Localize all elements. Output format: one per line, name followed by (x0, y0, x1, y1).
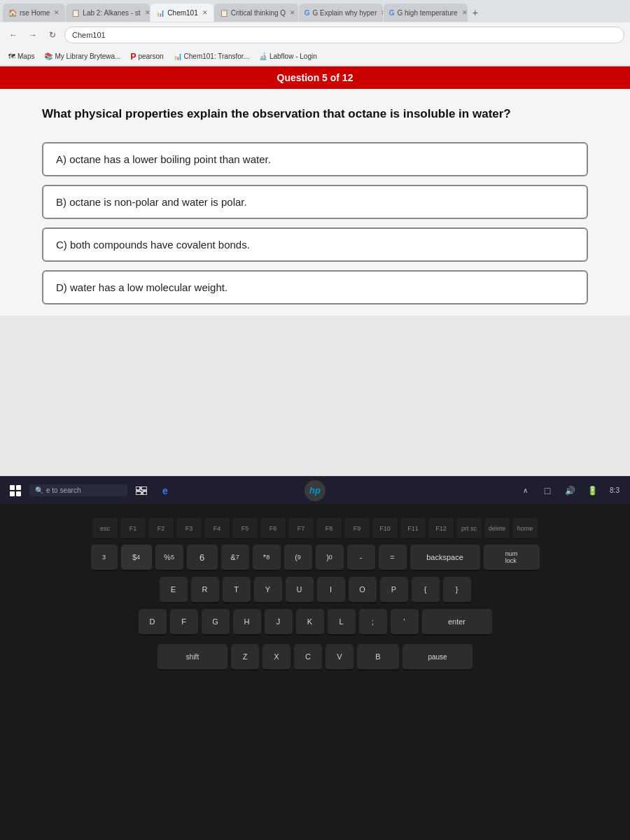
forward-button[interactable]: → (25, 27, 41, 43)
key-f11[interactable]: F11 (400, 518, 426, 539)
tab-explain-close[interactable]: ✕ (381, 9, 383, 16)
tab-lab2[interactable]: 📋 Lab 2: Alkanes - st ✕ (66, 4, 150, 22)
key-f10[interactable]: F10 (372, 518, 398, 539)
key-0[interactable]: )0 (316, 545, 344, 571)
tab-hightemp-label: G high temperature (398, 9, 458, 17)
taskbar: 🔍 e to search e hp ∧ □ 🔊 🔋 8:3 (0, 476, 630, 504)
key-z[interactable]: Z (231, 644, 259, 671)
tab-hightemp-close[interactable]: ✕ (462, 9, 468, 16)
tray-chevron[interactable]: ∧ (515, 481, 535, 500)
key-7[interactable]: &7 (221, 545, 249, 571)
tab-critical[interactable]: 📋 Critical thinking Q ✕ (214, 4, 298, 22)
key-t[interactable]: T (223, 577, 251, 603)
key-d[interactable]: D (139, 609, 167, 636)
key-equals[interactable]: = (379, 545, 407, 571)
key-f2[interactable]: F2 (148, 518, 174, 539)
key-h[interactable]: H (233, 609, 261, 636)
key-bracket-close[interactable]: } (443, 577, 471, 603)
key-f6[interactable]: F6 (260, 518, 286, 539)
key-enter[interactable]: enter (422, 609, 492, 636)
key-9[interactable]: (9 (284, 545, 312, 571)
key-j[interactable]: J (265, 609, 293, 636)
hp-logo-text: hp (309, 485, 321, 496)
key-r[interactable]: R (191, 577, 219, 603)
key-v[interactable]: V (326, 644, 354, 671)
key-3[interactable]: 3 (91, 545, 118, 571)
bookmark-library[interactable]: 📚 My Library Brytewa... (41, 51, 123, 62)
tab-lab2-close[interactable]: ✕ (145, 9, 150, 16)
new-tab-button[interactable]: + (468, 6, 482, 20)
tab-chem101-close[interactable]: ✕ (202, 9, 208, 16)
key-home[interactable]: home (512, 518, 538, 539)
key-esc[interactable]: esc (92, 518, 118, 539)
key-f9[interactable]: F9 (344, 518, 370, 539)
tab-chem101-label: Chem101 (167, 9, 197, 17)
key-b[interactable]: B (357, 644, 399, 671)
bookmark-maps[interactable]: 🗺 Maps (6, 51, 37, 62)
key-5[interactable]: %5 (155, 545, 183, 571)
tab-home[interactable]: 🏠 rse Home ✕ (3, 4, 65, 22)
bookmark-chem101-label: Chem101: Transfor... (184, 52, 249, 60)
key-bracket-open[interactable]: { (412, 577, 440, 603)
key-semicolon[interactable]: ; (359, 609, 387, 636)
key-numlock[interactable]: numlock (484, 545, 540, 571)
refresh-button[interactable]: ↻ (45, 27, 60, 43)
key-f7[interactable]: F7 (288, 518, 314, 539)
option-d[interactable]: D) water has a low molecular weight. (42, 270, 588, 304)
tab-home-close[interactable]: ✕ (54, 9, 59, 16)
tray-network[interactable]: □ (538, 481, 557, 500)
tab-critical-close[interactable]: ✕ (290, 9, 295, 16)
tab-critical-favicon: 📋 (220, 9, 228, 17)
key-minus[interactable]: - (347, 545, 375, 571)
key-8[interactable]: *8 (253, 545, 281, 571)
bookmark-chem101[interactable]: 📊 Chem101: Transfor... (171, 51, 252, 62)
key-backspace[interactable]: backspace (410, 545, 480, 571)
key-g[interactable]: G (202, 609, 230, 636)
key-o[interactable]: O (349, 577, 377, 603)
key-quote[interactable]: ' (391, 609, 419, 636)
key-p[interactable]: P (380, 577, 408, 603)
key-e[interactable]: E (160, 577, 188, 603)
option-b[interactable]: B) octane is non-polar and water is pola… (42, 185, 588, 219)
taskbar-search-box[interactable]: 🔍 e to search (29, 484, 127, 496)
key-c[interactable]: C (294, 644, 322, 671)
svg-rect-2 (10, 491, 15, 496)
key-f[interactable]: F (170, 609, 198, 636)
option-c[interactable]: C) both compounds have covalent bonds. (42, 227, 588, 262)
key-prtsc[interactable]: prt sc (456, 518, 482, 539)
key-f12[interactable]: F12 (428, 518, 454, 539)
key-6[interactable]: 6 (187, 545, 218, 571)
key-shift-left[interactable]: shift (158, 644, 227, 671)
hp-logo: hp (304, 480, 326, 501)
tab-explain[interactable]: G G Explain why hyper ✕ (299, 4, 383, 22)
tab-chem101[interactable]: 📊 Chem101 ✕ (150, 4, 213, 22)
bookmark-labflow[interactable]: 🔬 Labflow - Login (256, 51, 320, 62)
key-f3[interactable]: F3 (176, 518, 202, 539)
taskbar-task-view[interactable] (132, 481, 151, 500)
key-y[interactable]: Y (254, 577, 282, 603)
key-i[interactable]: I (317, 577, 345, 603)
key-f1[interactable]: F1 (120, 518, 146, 539)
key-l[interactable]: L (328, 609, 356, 636)
key-f4[interactable]: F4 (204, 518, 230, 539)
tab-hightemp[interactable]: G G high temperature ✕ (384, 4, 468, 22)
key-f5[interactable]: F5 (232, 518, 258, 539)
option-a-text: A) octane has a lower boiling point than… (56, 153, 271, 165)
key-x[interactable]: X (262, 644, 290, 671)
svg-rect-0 (10, 485, 15, 490)
back-button[interactable]: ← (6, 27, 21, 43)
key-shift-right[interactable]: pause (402, 644, 472, 671)
option-a[interactable]: A) octane has a lower boiling point than… (42, 142, 588, 176)
address-bar[interactable]: Chem101 (64, 27, 624, 43)
tray-volume[interactable]: 🔊 (560, 481, 580, 500)
key-k[interactable]: K (296, 609, 324, 636)
key-f8[interactable]: F8 (316, 518, 342, 539)
key-4[interactable]: $4 (121, 545, 152, 571)
key-u[interactable]: U (286, 577, 314, 603)
key-delete[interactable]: delete (484, 518, 510, 539)
taskbar-edge-icon[interactable]: e (155, 481, 175, 500)
windows-start-button[interactable] (6, 481, 25, 500)
bookmark-pearson-label: pearson (138, 52, 163, 60)
bookmark-pearson[interactable]: P pearson (127, 50, 166, 63)
tray-battery[interactable]: 🔋 (582, 481, 602, 500)
